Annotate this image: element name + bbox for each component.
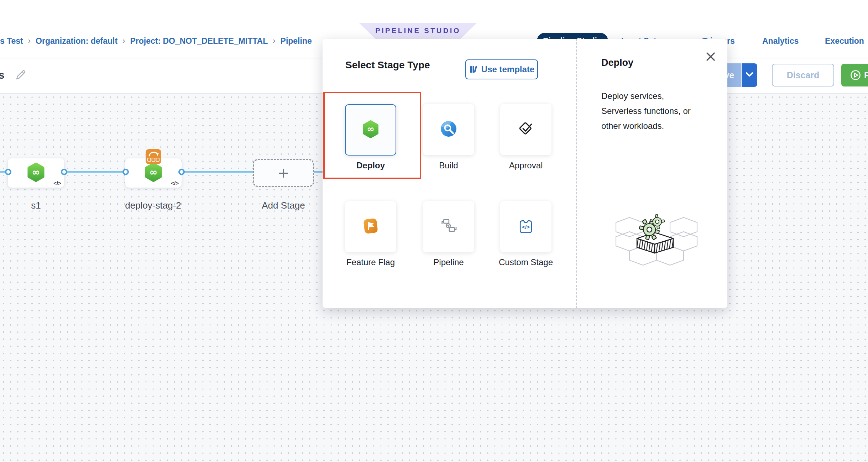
custom-stage-icon: </> <box>516 217 536 237</box>
edit-pencil-icon[interactable] <box>14 68 27 83</box>
tab-analytics[interactable]: Analytics <box>762 36 799 46</box>
add-stage-label: Add Stage <box>252 200 315 211</box>
stage-type-build[interactable] <box>423 104 474 155</box>
stage-node-s1[interactable]: ∞ </> <box>8 158 64 188</box>
pipeline-chain-icon <box>439 216 459 237</box>
breadcrumb-item-org[interactable]: Organization: default <box>36 36 117 46</box>
annotation-highlight-deploy <box>323 92 421 179</box>
stage-info-title: Deploy <box>601 57 633 68</box>
run-play-icon <box>850 69 861 81</box>
modal-panel-divider <box>576 39 577 308</box>
plus-icon: + <box>278 163 288 183</box>
breadcrumb-item-account[interactable]: s Test <box>0 36 23 46</box>
stage-info-description: Deploy services, Serverless functions, o… <box>601 89 706 133</box>
rollback-icon <box>145 149 162 166</box>
stage-label-deploy-stag-2: deploy-stag-2 <box>117 200 189 211</box>
yaml-code-icon[interactable]: </> <box>53 180 61 186</box>
stage-type-label-custom-stage: Custom Stage <box>492 257 560 268</box>
connector-line <box>64 171 125 173</box>
chevron-down-icon <box>746 72 753 79</box>
stage-type-label-feature-flag: Feature Flag <box>337 257 404 268</box>
pipeline-studio-badge: PIPELINE STUDIO <box>359 23 477 39</box>
stage-type-label-build: Build <box>415 160 482 171</box>
stage-type-feature-flag[interactable] <box>345 201 396 252</box>
discard-button[interactable]: Discard <box>772 64 834 86</box>
breadcrumb: s Test › Organization: default › Project… <box>0 36 312 46</box>
node-port-left[interactable] <box>122 169 129 175</box>
save-options-caret[interactable] <box>742 63 757 87</box>
yaml-code-icon[interactable]: </> <box>171 180 179 186</box>
modal-title: Select Stage Type <box>345 59 430 71</box>
stage-type-pipeline[interactable] <box>423 201 474 252</box>
use-template-button[interactable]: Use template <box>465 59 538 79</box>
stage-type-label-approval: Approval <box>492 160 560 171</box>
stage-type-label-pipeline: Pipeline <box>415 257 482 268</box>
svg-text:∞: ∞ <box>32 167 40 178</box>
tab-executions[interactable]: Execution <box>825 36 864 46</box>
run-button[interactable]: R <box>841 64 868 86</box>
template-library-icon <box>469 65 478 74</box>
deploy-illustration <box>604 209 704 273</box>
node-port-right[interactable] <box>178 169 185 175</box>
cd-hexagon-icon: ∞ <box>26 162 46 184</box>
breadcrumb-item-pipelines[interactable]: Pipeline <box>281 36 312 46</box>
run-button-label: R <box>864 70 868 80</box>
connector-line <box>182 171 253 173</box>
pipeline-title-fragment: s <box>0 69 5 81</box>
stage-type-custom-stage[interactable]: </> <box>500 201 551 252</box>
stage-type-approval[interactable] <box>500 104 551 155</box>
breadcrumb-separator: › <box>28 36 31 46</box>
approval-check-icon <box>516 119 536 140</box>
feature-flag-icon <box>361 216 381 237</box>
breadcrumb-item-project[interactable]: Project: DO_NOT_DELETE_MITTAL <box>130 36 268 46</box>
breadcrumb-separator: › <box>122 36 125 46</box>
connector-line <box>314 171 323 173</box>
svg-text:∞: ∞ <box>150 167 158 178</box>
use-template-label: Use template <box>481 64 534 74</box>
node-port-right[interactable] <box>61 169 67 175</box>
node-port-left[interactable] <box>5 169 11 175</box>
breadcrumb-separator: › <box>273 36 275 46</box>
build-ci-icon <box>439 119 459 140</box>
close-icon[interactable] <box>704 49 718 64</box>
custom-stage-code-glyph: </> <box>522 224 530 230</box>
add-stage-node[interactable]: + <box>253 159 314 187</box>
stage-label-s1: s1 <box>8 200 64 211</box>
